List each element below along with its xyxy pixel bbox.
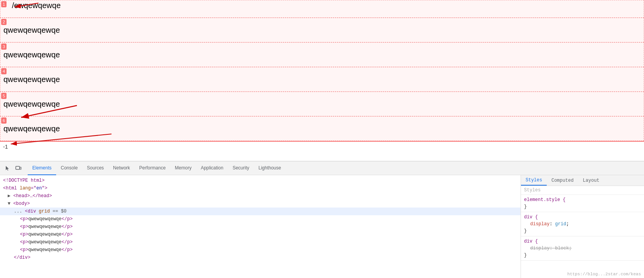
row-number-4: 4: [1, 68, 7, 74]
div-grid-style-block: div { display: grid; }: [521, 212, 644, 236]
tab-console[interactable]: Console: [56, 161, 82, 175]
devtools-panel: Elements Console Sources Network Perform…: [0, 161, 644, 278]
grid-row-5: 5 qwewqewqewqe: [0, 92, 644, 116]
page-area: 1 /ewqewqewqe 2 qwewqewqewqe 3 qwewqewqe…: [0, 0, 644, 161]
div-block-style-block: div { display: block; }: [521, 236, 644, 261]
tab-application[interactable]: Application: [196, 161, 228, 175]
dom-panel[interactable]: <!DOCTYPE html> <html lang="en"> ▶ <head…: [0, 175, 521, 278]
dom-line-p4: <p>qwewqewqewqe</p>: [0, 238, 521, 246]
dom-line-p3: <p>qwewqewqewqe</p>: [0, 231, 521, 238]
row-number-3: 3: [1, 44, 7, 50]
tab-lighthouse[interactable]: Lighthouse: [254, 161, 286, 175]
row-content-4: qwewqewqewqe: [3, 75, 60, 84]
grid-row-6: 6 qwewqewqewqe: [0, 116, 644, 141]
dom-line-doctype: <!DOCTYPE html>: [0, 177, 521, 184]
svg-rect-5: [20, 167, 21, 169]
grid-row-2: 2 qwewqewqewqe: [0, 18, 644, 42]
dom-line-div-close: </div>: [0, 254, 521, 261]
tab-network[interactable]: Network: [108, 161, 135, 175]
dom-line-body: ▼ <body>: [0, 200, 521, 208]
tab-sources[interactable]: Sources: [82, 161, 108, 175]
dom-line-div-selected[interactable]: ... <div grid == $0: [0, 208, 521, 215]
row-content-2: qwewqewqewqe: [3, 26, 60, 34]
dom-line-p5: <p>qwewqewqewqe</p>: [0, 246, 521, 254]
devtools-toolbar: Elements Console Sources Network Perform…: [0, 161, 644, 175]
element-style-block: element.style { }: [521, 195, 644, 212]
grid-row-minus1: -1: [0, 141, 644, 153]
row-number-5: 5: [1, 93, 7, 99]
grid-row-1: 1 /ewqewqewqe: [0, 0, 644, 18]
devtools-body: <!DOCTYPE html> <html lang="en"> ▶ <head…: [0, 175, 644, 278]
row-number-2: 2: [1, 19, 7, 25]
dom-line-p2: <p>qwewqewqewqe</p>: [0, 223, 521, 231]
tab-memory[interactable]: Memory: [170, 161, 196, 175]
row-content-1: /ewqewqewqe: [12, 1, 61, 10]
row-content-5: qwewqewqewqe: [3, 100, 60, 108]
dom-line-head: ▶ <head>…</head>: [0, 192, 521, 200]
inspector-cursor-icon[interactable]: [3, 164, 12, 173]
styles-tab-layout[interactable]: Layout: [578, 175, 604, 186]
row-content-6: qwewqewqewqe: [3, 124, 60, 133]
styles-tab-styles[interactable]: Styles: [521, 175, 547, 186]
source-url: https://blog...2star.com/keas: [567, 272, 641, 276]
dom-line-p1: <p>qwewqewqewqe</p>: [0, 215, 521, 223]
tab-security[interactable]: Security: [228, 161, 254, 175]
styles-tab-computed[interactable]: Computed: [547, 175, 578, 186]
row-number-6: 6: [1, 117, 7, 124]
grid-row-3: 3 qwewqewqewqe: [0, 42, 644, 67]
dom-line-html: <html lang="en">: [0, 184, 521, 192]
filter-placeholder: Styles: [524, 188, 541, 193]
styles-tabs: Styles Computed Layout: [521, 175, 644, 186]
grid-row-4: 4 qwewqewqewqe: [0, 67, 644, 92]
row-number-1: 1: [1, 1, 7, 7]
tab-elements[interactable]: Elements: [28, 161, 56, 175]
svg-rect-4: [16, 166, 20, 169]
device-toggle-icon[interactable]: [14, 164, 23, 173]
styles-panel: Styles Computed Layout Styles element.st…: [521, 175, 644, 278]
filter-bar[interactable]: Styles: [521, 186, 644, 195]
row-content-3: qwewqewqewqe: [3, 50, 60, 59]
tab-performance[interactable]: Performance: [135, 161, 170, 175]
row-number-minus1: -1: [3, 144, 8, 150]
